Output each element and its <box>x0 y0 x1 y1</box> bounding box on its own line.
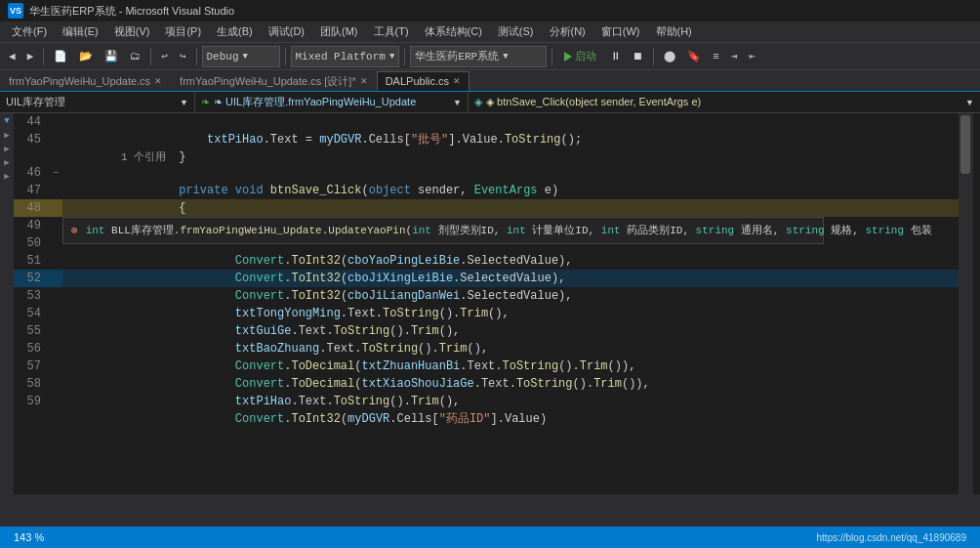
nav-method-dropdown[interactable]: ◈ ◈ btnSave_Click(object sender, EventAr… <box>469 92 980 112</box>
menu-test[interactable]: 测试(S) <box>490 22 542 41</box>
code-editor[interactable]: 44 txtPiHao.Text = myDGVR.Cells["批号"].Va… <box>14 113 959 494</box>
line-code-47[interactable]: { <box>62 182 959 199</box>
tab-cs-close[interactable]: ✕ <box>154 76 162 86</box>
tab-dalpublic[interactable]: DALPublic.cs ✕ <box>377 71 470 91</box>
back-btn[interactable]: ◀ <box>4 46 20 67</box>
line-code-58[interactable]: txtPiHao.Text.ToString().Trim(), <box>62 375 959 393</box>
sidebar-icon-3[interactable]: ▶ <box>1 143 13 154</box>
open-btn[interactable]: 📂 <box>74 46 98 67</box>
forward-btn[interactable]: ▶ <box>22 46 39 67</box>
bookmark-btn[interactable]: 🔖 <box>682 46 706 67</box>
tab-cs[interactable]: frmYaoPingWeiHu_Update.cs ✕ <box>0 71 171 91</box>
tab-design-close[interactable]: ✕ <box>360 76 368 86</box>
breakpoint-btn[interactable]: ⬤ <box>659 46 680 67</box>
line-num-48: 48 <box>14 201 49 215</box>
menu-window[interactable]: 窗口(W) <box>593 22 648 41</box>
menu-analyze[interactable]: 分析(N) <box>542 22 593 41</box>
nav-method-chevron: ▼ <box>965 98 974 107</box>
menu-bar: 文件(F) 编辑(E) 视图(V) 项目(P) 生成(B) 调试(D) 团队(M… <box>0 21 980 43</box>
fold-btn-46[interactable]: − <box>49 168 62 179</box>
stop-btn[interactable]: ⏹ <box>628 46 648 67</box>
nav-class-label: UIL库存管理 <box>6 95 65 109</box>
debug-config-label: Debug <box>207 51 239 63</box>
minimap[interactable] <box>972 113 980 494</box>
platform-label: Mixed Platform <box>296 51 386 63</box>
nav-method-text: ◈ btnSave_Click(object sender, EventArgs… <box>486 96 701 108</box>
line-code-46[interactable]: private void btnSave_Click(object sender… <box>62 164 959 182</box>
new-btn[interactable]: 📄 <box>49 46 72 67</box>
project-chevron-icon: ▼ <box>503 52 508 62</box>
menu-team[interactable]: 团队(M) <box>312 22 366 41</box>
nav-method-icon: ◈ <box>474 96 482 108</box>
code-line-46: 46 − private void btnSave_Click(object s… <box>14 164 959 182</box>
tab-design[interactable]: frmYaoPingWeiHu_Update.cs [设计]* ✕ <box>171 71 377 91</box>
line-code-45[interactable]: } <box>62 131 959 148</box>
code-line-51: 51 Convert.ToInt32(cboJiXingLeiBie.Selec… <box>14 252 959 270</box>
line-code-49[interactable]: ⊗ int BLL库存管理.frmYaoPingWeiHu_Update.Upd… <box>62 217 959 234</box>
sidebar-icon-5[interactable]: ▶ <box>1 170 13 182</box>
code-line-47: 47 { <box>14 182 959 199</box>
line-code-54[interactable]: txtGuiGe.Text.ToString().Trim(), <box>62 305 959 322</box>
project-dropdown[interactable]: 华生医药ERP系统 ▼ <box>410 46 547 67</box>
nav-member-dropdown[interactable]: ❧ ❧ UIL库存管理.frmYaoPingWeiHu_Update ▼ <box>195 92 469 112</box>
menu-build[interactable]: 生成(B) <box>209 22 261 41</box>
code-line-55: 55 txtBaoZhuang.Text.ToString().Trim(), <box>14 322 959 340</box>
sep3 <box>196 48 197 65</box>
menu-architecture[interactable]: 体系结构(C) <box>417 22 490 41</box>
toolbar: ◀ ▶ 📄 📂 💾 🗂 ↩ ↪ Debug ▼ Mixed Platform ▼… <box>0 43 980 70</box>
vertical-scrollbar[interactable] <box>959 113 972 494</box>
tab-bar: frmYaoPingWeiHu_Update.cs ✕ frmYaoPingWe… <box>0 70 980 92</box>
redo-btn[interactable]: ↪ <box>175 46 191 67</box>
line-code-51[interactable]: Convert.ToInt32(cboJiXingLeiBie.Selected… <box>62 252 959 270</box>
line-code-55[interactable]: txtBaoZhuang.Text.ToString().Trim(), <box>62 322 959 340</box>
line-code-59[interactable]: Convert.ToInt32(myDGVR.Cells["药品ID"].Val… <box>62 393 959 410</box>
start-btn[interactable]: 启动 <box>557 46 603 67</box>
code-line-54: 54 txtGuiGe.Text.ToString().Trim(), <box>14 305 959 322</box>
menu-view[interactable]: 视图(V) <box>106 22 158 41</box>
code-line-44: 44 txtPiHao.Text = myDGVR.Cells["批号"].Va… <box>14 113 959 131</box>
debug-config-dropdown[interactable]: Debug ▼ <box>202 46 280 67</box>
line-code-53[interactable]: txtTongYongMing.Text.ToString().Trim(), <box>62 287 959 305</box>
line-num-52: 52 <box>14 272 49 285</box>
code-line-58: 58 txtPiHao.Text.ToString().Trim(), <box>14 375 959 393</box>
line-code-57[interactable]: Convert.ToDecimal(txtXiaoShouJiaGe.Text.… <box>62 358 959 375</box>
tab-dalpublic-label: DALPublic.cs <box>386 75 449 87</box>
menu-file[interactable]: 文件(F) <box>4 22 55 41</box>
save-all-btn[interactable]: 🗂 <box>125 46 145 67</box>
indent-btn[interactable]: ⇥ <box>726 46 743 67</box>
menu-project[interactable]: 项目(P) <box>157 22 209 41</box>
tab-dalpublic-close[interactable]: ✕ <box>453 76 461 86</box>
menu-edit[interactable]: 编辑(E) <box>55 22 106 41</box>
sidebar-icon-4[interactable]: ▶ <box>1 156 13 168</box>
code-line-49: 49 ⊗ int BLL库存管理.frmYaoPingWeiHu_Update.… <box>14 217 959 234</box>
menu-help[interactable]: 帮助(H) <box>648 22 700 41</box>
undo-btn[interactable]: ↩ <box>156 46 173 67</box>
save-btn[interactable]: 💾 <box>100 46 123 67</box>
project-label: 华生医药ERP系统 <box>415 49 499 63</box>
code-line-57: 57 Convert.ToDecimal(txtXiaoShouJiaGe.Te… <box>14 358 959 375</box>
line-code-48[interactable]: int dbNum = myfrmYaoPingWeiHu_Update.Upd… <box>62 199 959 217</box>
settings-btn[interactable]: ≡ <box>708 46 724 67</box>
nav-member-label: ❧ <box>201 96 210 108</box>
platform-dropdown[interactable]: Mixed Platform ▼ <box>291 46 400 67</box>
code-line-53: 53 txtTongYongMing.Text.ToString().Trim(… <box>14 287 959 305</box>
scrollbar-thumb[interactable] <box>960 115 970 174</box>
menu-tools[interactable]: 工具(T) <box>366 22 417 41</box>
outdent-btn[interactable]: ⇤ <box>745 46 761 67</box>
sep2 <box>150 48 151 65</box>
line-code-44[interactable]: txtPiHao.Text = myDGVR.Cells["批号"].Value… <box>62 113 959 131</box>
pause-btn[interactable]: ⏸ <box>605 46 626 67</box>
play-icon <box>564 52 572 62</box>
code-line-48: 48 int dbNum = myfrmYaoPingWeiHu_Update.… <box>14 199 959 217</box>
line-code-56[interactable]: Convert.ToDecimal(txtZhuanHuanBi.Text.To… <box>62 340 959 358</box>
nav-class-chevron: ▼ <box>180 98 188 107</box>
intellisense-content: int BLL库存管理.frmYaoPingWeiHu_Update.Updat… <box>86 222 932 239</box>
sep1 <box>43 48 44 65</box>
line-code-ref: 1 个引用 <box>62 148 959 164</box>
nav-class-dropdown[interactable]: UIL库存管理 ▼ <box>0 92 195 112</box>
sidebar-icon-1[interactable]: ▼ <box>1 115 13 127</box>
menu-debug[interactable]: 调试(D) <box>261 22 312 41</box>
line-num-55: 55 <box>14 324 49 338</box>
sidebar-icon-2[interactable]: ▶ <box>1 129 13 141</box>
line-code-52[interactable]: Convert.ToInt32(cboJiLiangDanWei.Selecte… <box>62 270 959 287</box>
